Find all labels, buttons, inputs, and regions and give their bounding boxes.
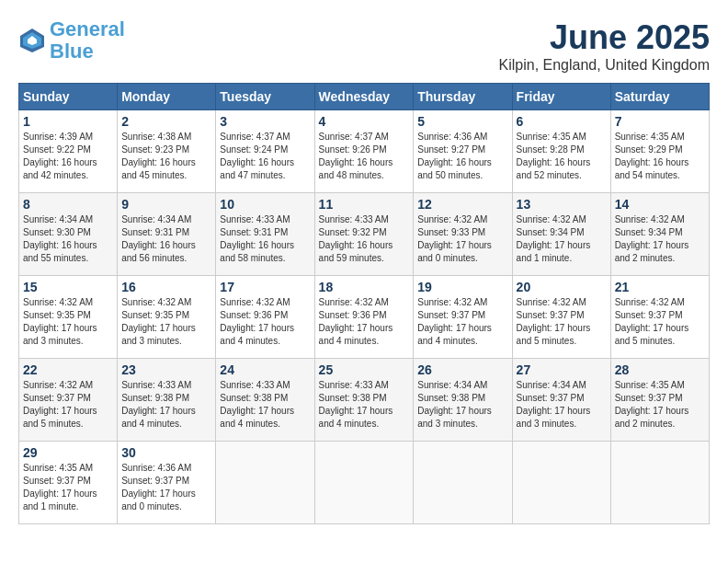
day-info: Sunrise: 4:32 AMSunset: 9:34 PMDaylight:… [615, 213, 705, 265]
calendar-cell: 30Sunrise: 4:36 AMSunset: 9:37 PMDayligh… [118, 442, 216, 524]
day-number: 11 [319, 197, 410, 212]
day-number: 12 [417, 197, 507, 212]
month-title: June 2025 [499, 18, 710, 57]
calendar-cell: 29Sunrise: 4:35 AMSunset: 9:37 PMDayligh… [19, 442, 118, 524]
day-info: Sunrise: 4:35 AMSunset: 9:28 PMDaylight:… [517, 131, 607, 182]
week-row-3: 15Sunrise: 4:32 AMSunset: 9:35 PMDayligh… [19, 276, 710, 359]
weekday-friday: Friday [512, 84, 610, 110]
calendar-cell: 2Sunrise: 4:38 AMSunset: 9:23 PMDaylight… [118, 110, 216, 193]
day-number: 3 [220, 114, 310, 129]
calendar-body: 1Sunrise: 4:39 AMSunset: 9:22 PMDaylight… [19, 110, 710, 524]
day-info: Sunrise: 4:32 AMSunset: 9:37 PMDaylight:… [417, 296, 507, 348]
calendar-cell: 16Sunrise: 4:32 AMSunset: 9:35 PMDayligh… [118, 276, 216, 359]
day-info: Sunrise: 4:34 AMSunset: 9:38 PMDaylight:… [417, 379, 507, 431]
calendar-cell: 6Sunrise: 4:35 AMSunset: 9:28 PMDaylight… [512, 110, 610, 193]
day-info: Sunrise: 4:33 AMSunset: 9:38 PMDaylight:… [121, 379, 211, 431]
calendar-cell [314, 442, 414, 524]
calendar-cell: 13Sunrise: 4:32 AMSunset: 9:34 PMDayligh… [512, 193, 610, 276]
calendar-cell: 3Sunrise: 4:37 AMSunset: 9:24 PMDaylight… [216, 110, 314, 193]
calendar-cell: 27Sunrise: 4:34 AMSunset: 9:37 PMDayligh… [512, 359, 610, 442]
day-number: 13 [517, 197, 607, 212]
day-info: Sunrise: 4:33 AMSunset: 9:32 PMDaylight:… [319, 213, 410, 265]
weekday-header-row: SundayMondayTuesdayWednesdayThursdayFrid… [19, 84, 710, 110]
weekday-thursday: Thursday [414, 84, 512, 110]
day-info: Sunrise: 4:39 AMSunset: 9:22 PMDaylight:… [23, 131, 113, 182]
calendar-cell: 7Sunrise: 4:35 AMSunset: 9:29 PMDaylight… [610, 110, 709, 193]
day-number: 7 [615, 114, 705, 129]
calendar-cell: 23Sunrise: 4:33 AMSunset: 9:38 PMDayligh… [118, 359, 216, 442]
calendar-cell: 24Sunrise: 4:33 AMSunset: 9:38 PMDayligh… [216, 359, 314, 442]
calendar-cell [610, 442, 709, 524]
day-number: 10 [220, 197, 310, 212]
day-number: 6 [517, 114, 607, 129]
calendar-cell: 1Sunrise: 4:39 AMSunset: 9:22 PMDaylight… [19, 110, 118, 193]
day-info: Sunrise: 4:33 AMSunset: 9:31 PMDaylight:… [220, 213, 310, 265]
calendar-cell: 9Sunrise: 4:34 AMSunset: 9:31 PMDaylight… [118, 193, 216, 276]
calendar-cell: 12Sunrise: 4:32 AMSunset: 9:33 PMDayligh… [414, 193, 512, 276]
day-number: 16 [121, 280, 211, 294]
logo-line2: Blue [50, 40, 94, 63]
calendar-cell: 21Sunrise: 4:32 AMSunset: 9:37 PMDayligh… [610, 276, 709, 359]
day-number: 20 [517, 280, 607, 294]
day-number: 27 [517, 362, 607, 377]
day-info: Sunrise: 4:32 AMSunset: 9:37 PMDaylight:… [517, 296, 607, 348]
day-number: 21 [615, 280, 705, 294]
day-info: Sunrise: 4:35 AMSunset: 9:37 PMDaylight:… [23, 462, 113, 513]
day-number: 2 [121, 114, 211, 129]
calendar-cell: 18Sunrise: 4:32 AMSunset: 9:36 PMDayligh… [314, 276, 414, 359]
day-number: 8 [23, 197, 113, 212]
weekday-wednesday: Wednesday [314, 84, 414, 110]
calendar-cell: 4Sunrise: 4:37 AMSunset: 9:26 PMDaylight… [314, 110, 414, 193]
calendar-cell: 10Sunrise: 4:33 AMSunset: 9:31 PMDayligh… [216, 193, 314, 276]
week-row-1: 1Sunrise: 4:39 AMSunset: 9:22 PMDaylight… [19, 110, 710, 193]
day-info: Sunrise: 4:34 AMSunset: 9:37 PMDaylight:… [517, 379, 607, 431]
weekday-monday: Monday [118, 84, 216, 110]
calendar-cell: 14Sunrise: 4:32 AMSunset: 9:34 PMDayligh… [610, 193, 709, 276]
day-info: Sunrise: 4:34 AMSunset: 9:31 PMDaylight:… [121, 213, 211, 265]
week-row-4: 22Sunrise: 4:32 AMSunset: 9:37 PMDayligh… [19, 359, 710, 442]
day-number: 19 [417, 280, 507, 294]
week-row-5: 29Sunrise: 4:35 AMSunset: 9:37 PMDayligh… [19, 442, 710, 524]
calendar-cell: 15Sunrise: 4:32 AMSunset: 9:35 PMDayligh… [19, 276, 118, 359]
calendar-table: SundayMondayTuesdayWednesdayThursdayFrid… [18, 83, 710, 524]
day-info: Sunrise: 4:32 AMSunset: 9:34 PMDaylight:… [517, 213, 607, 265]
calendar-cell: 20Sunrise: 4:32 AMSunset: 9:37 PMDayligh… [512, 276, 610, 359]
day-number: 28 [615, 362, 705, 377]
day-number: 25 [319, 362, 410, 377]
day-number: 29 [23, 445, 113, 460]
calendar-cell: 11Sunrise: 4:33 AMSunset: 9:32 PMDayligh… [314, 193, 414, 276]
calendar-cell: 28Sunrise: 4:35 AMSunset: 9:37 PMDayligh… [610, 359, 709, 442]
calendar-cell: 19Sunrise: 4:32 AMSunset: 9:37 PMDayligh… [414, 276, 512, 359]
day-number: 26 [417, 362, 507, 377]
day-info: Sunrise: 4:37 AMSunset: 9:26 PMDaylight:… [319, 131, 410, 182]
day-number: 24 [220, 362, 310, 377]
day-number: 15 [23, 280, 113, 294]
calendar-cell: 26Sunrise: 4:34 AMSunset: 9:38 PMDayligh… [414, 359, 512, 442]
calendar-cell: 22Sunrise: 4:32 AMSunset: 9:37 PMDayligh… [19, 359, 118, 442]
day-info: Sunrise: 4:33 AMSunset: 9:38 PMDaylight:… [319, 379, 410, 431]
day-number: 14 [615, 197, 705, 212]
calendar-cell [414, 442, 512, 524]
day-number: 23 [121, 362, 211, 377]
day-info: Sunrise: 4:36 AMSunset: 9:27 PMDaylight:… [417, 131, 507, 182]
calendar-cell: 17Sunrise: 4:32 AMSunset: 9:36 PMDayligh… [216, 276, 314, 359]
logo-icon [18, 27, 46, 54]
calendar-cell: 25Sunrise: 4:33 AMSunset: 9:38 PMDayligh… [314, 359, 414, 442]
weekday-sunday: Sunday [19, 84, 118, 110]
day-number: 17 [220, 280, 310, 294]
day-number: 18 [319, 280, 410, 294]
logo: General Blue [18, 18, 125, 63]
day-info: Sunrise: 4:36 AMSunset: 9:37 PMDaylight:… [121, 462, 211, 513]
day-info: Sunrise: 4:35 AMSunset: 9:37 PMDaylight:… [615, 379, 705, 431]
calendar-cell [512, 442, 610, 524]
day-info: Sunrise: 4:33 AMSunset: 9:38 PMDaylight:… [220, 379, 310, 431]
day-info: Sunrise: 4:38 AMSunset: 9:23 PMDaylight:… [121, 131, 211, 182]
title-block: June 2025 Kilpin, England, United Kingdo… [499, 18, 710, 74]
weekday-saturday: Saturday [610, 84, 709, 110]
page-header: General Blue June 2025 Kilpin, England, … [18, 18, 710, 74]
day-info: Sunrise: 4:37 AMSunset: 9:24 PMDaylight:… [220, 131, 310, 182]
calendar-cell: 5Sunrise: 4:36 AMSunset: 9:27 PMDaylight… [414, 110, 512, 193]
day-number: 22 [23, 362, 113, 377]
day-info: Sunrise: 4:32 AMSunset: 9:36 PMDaylight:… [319, 296, 410, 348]
day-info: Sunrise: 4:32 AMSunset: 9:36 PMDaylight:… [220, 296, 310, 348]
